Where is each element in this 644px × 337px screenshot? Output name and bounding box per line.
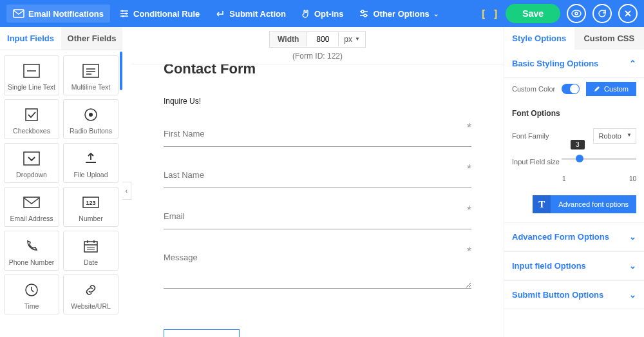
custom-color-toggle[interactable] [562,84,580,94]
label: Email Address [6,215,57,222]
sliders-icon [119,9,129,18]
accordion-submit-button[interactable]: Submit Button Options ⌄ [504,280,644,309]
svg-rect-17 [24,152,39,165]
chevron-down-icon: ⌄ [629,232,636,242]
submit-button[interactable]: Submit [164,329,240,337]
top-toolbar: Email Notifications Conditional Rule Sub… [0,0,644,27]
form-canvas: Contact Form Inquire Us! * First Name * … [131,64,504,337]
field-number[interactable]: 123 Number [63,187,118,227]
slider-min: 1 [562,175,566,182]
width-unit-select[interactable]: px▼ [338,32,365,46]
field-dropdown[interactable]: Dropdown [4,143,59,183]
field-multiline-text[interactable]: Multiline Text [63,55,118,95]
label: Phone Number [6,258,57,266]
accordion-input-field[interactable]: Input field Options ⌄ [504,251,644,280]
tab-input-fields[interactable]: Input Fields [0,27,61,50]
required-mark: * [467,245,471,258]
accordion-label: Advanced Form Options [512,232,609,242]
settings-icon [359,9,369,18]
svg-point-16 [89,113,93,117]
panel-collapse-handle[interactable]: ‹ [122,182,131,200]
accordion-basic-styling[interactable]: Basic Styling Options ⌃ [504,50,644,78]
refresh-icon [598,9,607,18]
label: Radio Buttons [65,127,117,135]
scrollbar-thumb[interactable] [120,52,122,90]
tab-other-fields[interactable]: Other Fields [61,27,122,50]
svg-point-6 [572,10,581,17]
email-input[interactable] [164,213,471,229]
form-title[interactable]: Contact Form [164,64,471,77]
custom-btn-label: Custom [604,85,629,93]
accordion-label: Input field Options [512,261,586,271]
field-file-upload[interactable]: File Upload [63,143,118,183]
optins-label: Opt-ins [314,9,344,19]
field-time[interactable]: Time [4,274,59,314]
accordion-advanced-form[interactable]: Advanced Form Options ⌄ [504,222,644,251]
tab-custom-css[interactable]: Custom CSS [574,27,645,50]
font-family-select[interactable]: Roboto [593,128,636,144]
svg-rect-14 [26,109,37,120]
required-mark: * [467,121,471,135]
pencil-icon [594,86,600,92]
preview-button[interactable] [567,4,586,23]
phone-icon [20,236,43,256]
custom-color-button[interactable]: Custom [586,82,636,96]
svg-point-2 [126,13,128,15]
last-name-input[interactable] [164,171,471,188]
field-date[interactable]: Date [63,231,118,271]
save-button[interactable]: Save [506,4,560,23]
conditional-rule-item[interactable]: Conditional Rule [113,5,206,23]
label: Time [6,302,57,310]
optins-item[interactable]: Opt-ins [295,5,350,23]
close-button[interactable] [618,4,638,23]
label: Dropdown [6,171,57,178]
field-phone-number[interactable]: Phone Number [4,231,59,271]
conditional-rule-label: Conditional Rule [133,9,200,19]
email-notifications-label: Email Notifications [28,9,104,19]
required-mark: * [467,204,471,217]
checkbox-icon [20,105,43,124]
dropdown-icon [20,149,43,168]
submit-action-item[interactable]: Submit Action [209,5,292,23]
close-icon [624,10,632,17]
svg-rect-18 [24,197,39,207]
tab-style-options[interactable]: Style Options [504,27,574,50]
input-size-label: Input Field size [512,158,560,166]
other-options-item[interactable]: Other Options ⌄ [352,5,444,23]
chevron-up-icon: ⌃ [629,59,636,68]
field-website-url[interactable]: Website/URL [63,274,118,314]
field-email-address[interactable]: Email Address [4,187,59,227]
email-notifications-item[interactable]: Email Notifications [6,5,110,23]
shortcode-button[interactable]: [ ] [480,4,499,23]
slider-max: 10 [629,175,636,182]
first-name-input[interactable] [164,130,471,147]
submit-action-label: Submit Action [229,9,286,19]
advanced-font-options-button[interactable]: T Advanced font options [533,195,636,213]
field-checkboxes[interactable]: Checkboxes [4,99,59,139]
message-input[interactable] [164,254,471,289]
link-icon [79,280,102,300]
other-options-label: Other Options [373,9,429,19]
upload-icon [79,149,102,168]
form-subtitle[interactable]: Inquire Us! [164,97,471,106]
mail-icon [13,9,24,18]
field-radio-buttons[interactable]: Radio Buttons [63,99,118,139]
svg-point-4 [361,10,364,13]
form-id-label: (Form ID: 122) [292,52,343,61]
chevron-down-icon: ⌄ [629,261,636,271]
width-input[interactable] [307,32,338,46]
font-options-heading: Font Options [512,109,636,118]
svg-rect-0 [14,10,24,17]
input-size-slider[interactable]: 3 [562,158,636,160]
text-icon: T [533,195,551,213]
slider-thumb[interactable] [576,155,583,162]
text-line-icon [20,61,43,81]
hand-icon [301,8,310,19]
chevron-left-icon: ‹ [126,188,128,195]
accordion-label: Basic Styling Options [512,59,598,68]
custom-color-label: Custom Color [512,85,555,93]
svg-point-5 [364,14,366,17]
label: Single Line Text [6,83,57,91]
field-single-line-text[interactable]: Single Line Text [4,55,59,95]
refresh-button[interactable] [592,4,612,23]
